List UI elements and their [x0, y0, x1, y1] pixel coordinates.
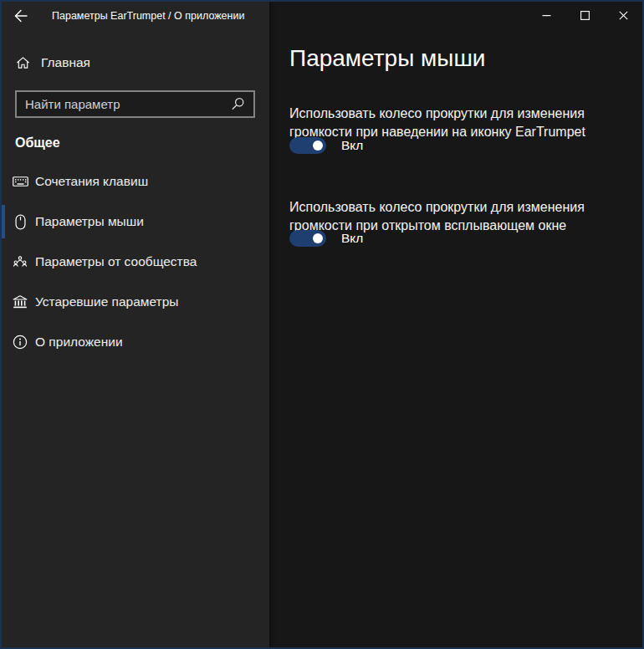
setting-toggle-row: Вкл	[289, 137, 363, 154]
search-box	[15, 90, 255, 118]
close-button[interactable]	[604, 2, 642, 28]
keyboard-icon	[11, 176, 29, 187]
sidebar-item-community-settings[interactable]: Параметры от сообщества	[2, 242, 269, 282]
app-window: Параметры EarTrumpet / О приложении Глав…	[0, 0, 644, 649]
minimize-icon	[542, 11, 551, 20]
minimize-button[interactable]	[527, 2, 565, 28]
home-icon	[16, 56, 30, 69]
sidebar-item-label: Устаревшие параметры	[35, 294, 178, 309]
toggle-switch-scroll-on-icon[interactable]	[289, 137, 326, 154]
toggle-state-label: Вкл	[341, 138, 363, 153]
sidebar-item-keyboard-shortcuts[interactable]: Сочетания клавиш	[2, 161, 269, 202]
maximize-icon	[580, 11, 590, 20]
content-pane: Параметры мыши Использовать колесо прокр…	[269, 2, 642, 647]
window-title: Параметры EarTrumpet / О приложении	[52, 10, 244, 22]
back-button[interactable]	[2, 3, 40, 29]
toggle-state-label: Вкл	[341, 231, 363, 246]
sidebar-item-label: Параметры мыши	[35, 214, 144, 229]
bank-icon	[11, 295, 29, 309]
page-title: Параметры мыши	[289, 45, 486, 72]
sidebar-item-about[interactable]: О приложении	[2, 322, 269, 362]
toggle-knob	[313, 141, 323, 151]
people-icon	[11, 255, 29, 268]
setting-toggle-row: Вкл	[289, 230, 363, 247]
info-icon	[11, 335, 29, 350]
setting-description: Использовать колесо прокрутки для измене…	[289, 105, 636, 141]
search-icon[interactable]	[231, 97, 245, 111]
close-icon	[619, 11, 628, 20]
sidebar-home-label: Главная	[41, 55, 90, 70]
toggle-switch-scroll-on-flyout[interactable]	[289, 230, 326, 247]
toggle-knob	[313, 233, 323, 243]
sidebar-item-label: О приложении	[35, 335, 123, 350]
selected-item-accent-bar	[2, 205, 5, 238]
sidebar-menu: Сочетания клавиш Параметры мыши	[2, 161, 269, 362]
sidebar-item-label: Параметры от сообщества	[35, 254, 197, 269]
search-input[interactable]	[17, 97, 227, 111]
sidebar-item-legacy-settings[interactable]: Устаревшие параметры	[2, 282, 269, 322]
maximize-button[interactable]	[565, 2, 604, 28]
sidebar-section-header: Общее	[15, 135, 60, 151]
sidebar: Параметры EarTrumpet / О приложении Глав…	[2, 2, 269, 647]
window-controls	[527, 2, 642, 28]
back-arrow-icon	[13, 8, 28, 23]
sidebar-item-label: Сочетания клавиш	[35, 174, 148, 189]
sidebar-item-mouse-settings[interactable]: Параметры мыши	[2, 202, 269, 242]
mouse-icon	[11, 214, 29, 230]
sidebar-item-home[interactable]: Главная	[2, 49, 269, 76]
